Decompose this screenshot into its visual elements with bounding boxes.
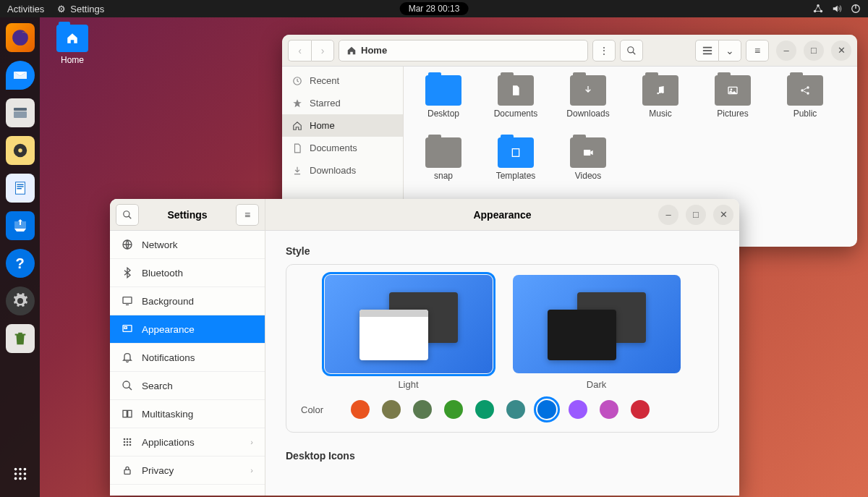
folder-label: Downloads <box>563 109 613 119</box>
pathbar-label: Home <box>361 45 387 56</box>
nav-notifications[interactable]: Notifications <box>110 344 265 372</box>
color-swatch-4[interactable] <box>475 400 494 419</box>
settings-maximize-button[interactable]: □ <box>686 205 706 225</box>
sidebar-downloads-label: Downloads <box>310 165 356 176</box>
desktop-home-icon[interactable]: Home <box>51 25 94 65</box>
network-icon[interactable] <box>813 4 823 14</box>
nav-search[interactable]: Search <box>110 372 265 400</box>
dock-show-apps[interactable] <box>6 459 35 488</box>
view-list-button[interactable] <box>695 40 718 61</box>
maximize-button[interactable]: □ <box>804 41 824 61</box>
dock-trash[interactable] <box>6 324 35 353</box>
folder-desktop[interactable]: Desktop <box>418 75 469 119</box>
settings-search-button[interactable] <box>116 204 139 226</box>
svg-rect-12 <box>17 188 21 189</box>
svg-point-18 <box>23 472 26 475</box>
nav-label: Search <box>142 381 173 391</box>
sidebar-starred-label: Starred <box>310 98 341 109</box>
hamburger-button[interactable]: ≡ <box>746 40 769 61</box>
dock-firefox[interactable] <box>6 23 35 52</box>
settings-menu-button[interactable]: ≡ <box>236 204 259 226</box>
pathbar[interactable]: Home <box>339 40 588 61</box>
style-dark-option[interactable]: Dark <box>513 275 681 390</box>
folder-label: Public <box>780 109 830 119</box>
close-button[interactable]: ✕ <box>831 41 851 61</box>
dock-thunderbird[interactable] <box>6 61 35 90</box>
pathbar-menu-button[interactable]: ⋮ <box>592 40 616 61</box>
activities-button[interactable]: Activities <box>7 4 44 14</box>
svg-point-52 <box>129 444 132 446</box>
color-swatch-6[interactable] <box>537 400 556 419</box>
sidebar-downloads[interactable]: Downloads <box>282 159 403 182</box>
download-icon <box>582 85 594 96</box>
nav-bluetooth[interactable]: Bluetooth <box>110 259 265 287</box>
style-dark-preview <box>513 275 681 373</box>
color-swatch-3[interactable] <box>444 400 463 419</box>
search-icon <box>122 210 132 220</box>
svg-point-8 <box>18 148 22 153</box>
nav-appearance[interactable]: Appearance <box>110 315 265 344</box>
dock-libreoffice[interactable] <box>6 174 35 203</box>
color-swatch-9[interactable] <box>631 400 650 419</box>
nav-multitasking[interactable]: Multitasking <box>110 400 265 428</box>
color-swatch-1[interactable] <box>382 400 401 419</box>
clock[interactable]: Mar 28 00:13 <box>400 2 469 15</box>
music-icon <box>655 85 666 96</box>
picture-icon <box>727 85 739 96</box>
dock-software[interactable] <box>6 211 35 240</box>
color-swatch-5[interactable] <box>506 400 525 419</box>
volume-icon[interactable] <box>832 4 842 14</box>
nav-applications[interactable]: Applications› <box>110 428 265 456</box>
svg-point-49 <box>129 441 132 443</box>
search-icon <box>122 380 133 391</box>
svg-rect-43 <box>128 410 132 417</box>
home-icon <box>292 121 302 131</box>
folder-label: Music <box>635 109 686 119</box>
search-button[interactable] <box>620 40 643 61</box>
sidebar-home[interactable]: Home <box>282 114 403 137</box>
svg-rect-25 <box>702 53 711 54</box>
folder-templates[interactable]: Templates <box>490 137 541 181</box>
folder-label: Pictures <box>707 109 758 119</box>
settings-close-button[interactable]: ✕ <box>713 205 733 225</box>
dock-settings[interactable] <box>6 286 35 315</box>
style-light-label: Light <box>325 379 493 390</box>
settings-minimize-button[interactable]: – <box>658 205 678 225</box>
folder-public[interactable]: Public <box>780 75 830 119</box>
svg-rect-53 <box>124 470 130 474</box>
style-dark-label: Dark <box>513 379 681 390</box>
sidebar-documents[interactable]: Documents <box>282 137 403 159</box>
nav-network[interactable]: Network <box>110 231 265 259</box>
folder-downloads[interactable]: Downloads <box>563 75 613 119</box>
sidebar-documents-label: Documents <box>310 143 357 153</box>
sidebar-recent[interactable]: Recent <box>282 69 403 92</box>
dock-help[interactable]: ? <box>6 249 35 278</box>
folder-videos[interactable]: Videos <box>563 137 613 181</box>
folder-snap[interactable]: snap <box>418 137 469 181</box>
power-icon[interactable] <box>851 4 861 14</box>
color-swatch-8[interactable] <box>600 400 618 419</box>
folder-pictures[interactable]: Pictures <box>707 75 758 119</box>
folder-documents[interactable]: Documents <box>490 75 541 119</box>
svg-rect-24 <box>702 50 711 51</box>
forward-button[interactable]: › <box>311 40 334 61</box>
folder-music[interactable]: Music <box>635 75 686 119</box>
nav-background[interactable]: Background <box>110 287 265 315</box>
nav-privacy[interactable]: Privacy› <box>110 456 265 485</box>
view-dropdown-button[interactable]: ⌄ <box>718 40 741 61</box>
dock-rhythmbox[interactable] <box>6 136 35 165</box>
list-icon <box>702 46 712 56</box>
dock-files[interactable] <box>6 98 35 127</box>
color-swatch-7[interactable] <box>569 400 587 419</box>
back-button[interactable]: ‹ <box>288 40 311 61</box>
style-light-option[interactable]: Light <box>325 275 493 390</box>
minimize-button[interactable]: – <box>776 41 796 61</box>
grid-icon <box>122 436 133 448</box>
current-app-label: Settings <box>70 4 104 14</box>
style-light-preview <box>325 275 493 373</box>
color-swatch-0[interactable] <box>351 400 370 419</box>
sidebar-starred[interactable]: Starred <box>282 92 403 114</box>
color-swatch-2[interactable] <box>413 400 432 419</box>
current-app-indicator[interactable]: ⚙ Settings <box>57 4 104 14</box>
appearance-icon <box>122 323 133 335</box>
